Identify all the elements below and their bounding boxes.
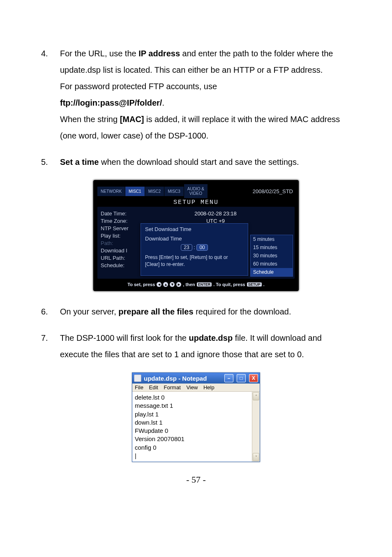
label-url-path: URL Path: bbox=[101, 255, 140, 261]
setup-footer: To set, press ◄ ▲ ▼ ► , then ENTER . To … bbox=[97, 282, 295, 287]
menu-file[interactable]: File bbox=[135, 384, 143, 391]
footer-text: . To quit, press bbox=[213, 282, 245, 287]
footer-text: To set, press bbox=[127, 282, 155, 287]
enter-key-icon: ENTER bbox=[197, 282, 212, 287]
menu-item-schedule[interactable]: Schedule bbox=[251, 268, 293, 276]
step-4: 4. For the URL, use the IP address and e… bbox=[41, 45, 351, 144]
text: For the URL, use the bbox=[60, 49, 138, 58]
bold-prepare-files: prepare all the files bbox=[118, 307, 193, 316]
interval-menu: 5 minutes 15 minutes 30 minutes 60 minut… bbox=[250, 235, 293, 277]
bold-ftp-url: ftp://login:pass@IP/folder/ bbox=[60, 98, 162, 107]
download-time-popup: Set Download Time Download Time 23 : 00 … bbox=[141, 223, 248, 276]
step-number: 6. bbox=[41, 303, 60, 320]
step-5: 5. Set a time when the download should s… bbox=[41, 154, 351, 170]
step-number: 5. bbox=[41, 154, 60, 170]
notepad-content[interactable]: delete.lst 0 message.txt 1 play.lst 1 do… bbox=[132, 392, 252, 462]
arrow-left-icon: ◄ bbox=[157, 282, 161, 287]
notepad-title: update.dsp - Notepad bbox=[144, 375, 207, 382]
notepad-window: update.dsp - Notepad – □ X File Edit For… bbox=[132, 372, 260, 462]
setup-key-icon: SETUP bbox=[247, 282, 262, 287]
bold-set-a-time: Set a time bbox=[60, 157, 99, 166]
menu-format[interactable]: Format bbox=[164, 384, 181, 391]
close-button[interactable]: X bbox=[249, 374, 258, 382]
label-playlist: Play list: bbox=[101, 233, 140, 239]
scroll-up-icon[interactable]: ˄ bbox=[253, 392, 259, 400]
text: required for the download. bbox=[194, 307, 291, 316]
text: The DSP-1000 will first look for the bbox=[60, 333, 189, 342]
text: when the download should start and save … bbox=[99, 157, 299, 166]
menu-help[interactable]: Help bbox=[203, 384, 214, 391]
menu-item-5min[interactable]: 5 minutes bbox=[251, 235, 293, 243]
popup-hint: Press [Enter] to set, [Return] to quit o… bbox=[145, 254, 244, 268]
label-download: Download l bbox=[101, 247, 140, 254]
tab-misc3[interactable]: MISC3 bbox=[164, 187, 184, 196]
label-date-time: Date Time: bbox=[101, 210, 140, 217]
menu-item-60min[interactable]: 60 minutes bbox=[251, 260, 293, 268]
label-time-zone: Time Zone: bbox=[101, 218, 140, 224]
time-hours[interactable]: 23 bbox=[181, 244, 192, 251]
tab-misc1[interactable]: MISC1 bbox=[125, 187, 145, 196]
arrow-down-icon: ▼ bbox=[170, 282, 175, 287]
tab-av-line1: AUDIO & bbox=[187, 187, 204, 191]
label-schedule: Schedule: bbox=[101, 262, 140, 268]
footer-text: . bbox=[263, 282, 265, 287]
popup-title: Set Download Time bbox=[145, 226, 244, 232]
minimize-button[interactable]: – bbox=[224, 374, 233, 382]
footer-text: , then bbox=[183, 282, 195, 287]
tab-av-line2: VIDEO bbox=[187, 191, 204, 196]
notepad-icon bbox=[134, 374, 141, 382]
step-6: 6. On your server, prepare all the files… bbox=[41, 303, 351, 320]
step-7: 7. The DSP-1000 will first look for the … bbox=[41, 330, 351, 363]
time-minutes[interactable]: 00 bbox=[196, 244, 208, 251]
menu-item-30min[interactable]: 30 minutes bbox=[251, 252, 293, 260]
value-date-time: 2008-02-28 23:18 bbox=[140, 210, 291, 217]
step-number: 7. bbox=[41, 330, 60, 363]
bold-update-dsp: update.dsp bbox=[189, 333, 233, 342]
arrow-up-icon: ▲ bbox=[163, 282, 168, 287]
tab-audio-video[interactable]: AUDIO & VIDEO bbox=[184, 184, 208, 198]
maximize-button[interactable]: □ bbox=[237, 374, 246, 382]
time-sep: : bbox=[192, 244, 197, 250]
bold-mac: [MAC] bbox=[120, 115, 144, 124]
page-number: - 57 - bbox=[41, 474, 351, 485]
arrow-right-icon: ► bbox=[176, 282, 181, 287]
text: When the string bbox=[60, 115, 120, 124]
setup-title: SETUP MENU bbox=[97, 199, 295, 206]
text: On your server, bbox=[60, 307, 118, 316]
text: For password protected FTP accounts, use bbox=[60, 82, 217, 91]
step-number: 4. bbox=[41, 45, 60, 144]
menu-view[interactable]: View bbox=[186, 384, 198, 391]
popup-subtitle: Download Time bbox=[145, 236, 244, 242]
setup-menu-screenshot: NETWORK MISC1 MISC2 MISC3 AUDIO & VIDEO … bbox=[93, 180, 299, 291]
text: . bbox=[162, 98, 164, 107]
status-date: 2008/02/25_STD bbox=[251, 188, 295, 194]
menu-edit[interactable]: Edit bbox=[149, 384, 158, 391]
label-path: Path: bbox=[101, 240, 140, 246]
menu-item-15min[interactable]: 15 minutes bbox=[251, 243, 293, 252]
bold-ip-address: IP address bbox=[138, 49, 180, 58]
tab-misc2[interactable]: MISC2 bbox=[145, 187, 165, 196]
scrollbar[interactable]: ˄ ˅ bbox=[252, 392, 260, 462]
label-ntp: NTP Server bbox=[101, 225, 140, 231]
scroll-down-icon[interactable]: ˅ bbox=[253, 453, 259, 461]
tab-network[interactable]: NETWORK bbox=[97, 187, 125, 196]
notepad-menu: File Edit Format View Help bbox=[132, 384, 260, 392]
